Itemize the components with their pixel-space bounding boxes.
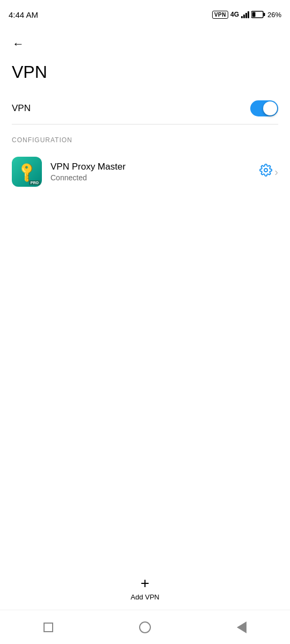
vpn-item-name: VPN Proxy Master <box>50 162 251 172</box>
nav-square-button[interactable] <box>38 617 59 638</box>
svg-point-3 <box>264 169 267 172</box>
back-button[interactable]: ← <box>9 34 28 54</box>
nav-back-button[interactable] <box>231 617 252 638</box>
add-vpn-label: Add VPN <box>130 593 159 601</box>
status-time: 4:44 AM <box>9 10 38 19</box>
signal-bars-icon <box>241 11 249 18</box>
vpn-item-info: VPN Proxy Master Connected <box>50 162 251 182</box>
chevron-right-icon: › <box>274 166 278 178</box>
status-bar: 4:44 AM VPN 4G 26% <box>0 0 290 28</box>
vpn-toggle-switch[interactable] <box>250 100 278 116</box>
signal-label: 4G <box>230 11 239 18</box>
status-right: VPN 4G 26% <box>212 11 281 19</box>
bottom-nav <box>0 610 290 644</box>
configuration-section-header: CONFIGURATION <box>0 125 290 150</box>
toggle-knob <box>263 101 277 115</box>
vpn-app-icon: 🔑 PRO <box>12 157 42 187</box>
gear-icon[interactable] <box>259 164 272 180</box>
back-area: ← <box>0 28 290 58</box>
vpn-item[interactable]: 🔑 PRO VPN Proxy Master Connected › <box>0 150 290 193</box>
vpn-item-status: Connected <box>50 173 251 182</box>
pro-badge: PRO <box>29 180 40 185</box>
page-title: VPN <box>0 58 290 93</box>
nav-home-button[interactable] <box>134 617 156 638</box>
nav-circle-icon <box>139 621 151 633</box>
back-arrow-icon: ← <box>12 38 24 50</box>
nav-square-icon <box>44 623 53 632</box>
add-vpn-plus-icon: + <box>141 576 149 591</box>
nav-triangle-icon <box>237 621 247 633</box>
battery-icon <box>251 11 265 18</box>
vpn-item-actions: › <box>259 164 278 180</box>
svg-rect-2 <box>252 12 255 17</box>
vpn-status-badge: VPN <box>212 11 228 19</box>
vpn-toggle-row: VPN <box>0 93 290 124</box>
vpn-toggle-label: VPN <box>12 103 31 114</box>
battery-percent: 26% <box>267 11 281 19</box>
add-vpn-area[interactable]: + Add VPN <box>0 576 290 601</box>
svg-rect-1 <box>263 13 265 16</box>
